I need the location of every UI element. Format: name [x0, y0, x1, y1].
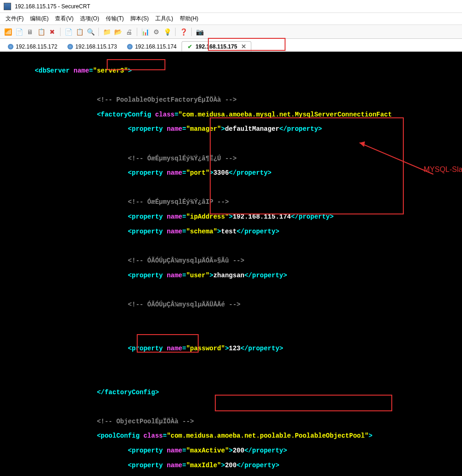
toolbar-icon[interactable]: 📋 [37, 28, 45, 36]
tab-bar: 192.168.115.172 192.168.115.173 192.168.… [0, 39, 462, 52]
toolbar-icon[interactable]: 🔍 [86, 28, 95, 36]
tab-label: 192.168.115.175 [195, 43, 237, 50]
tab-label: 192.168.115.174 [135, 43, 176, 50]
tab-173[interactable]: 192.168.115.173 [62, 42, 122, 51]
menu-tools[interactable]: 工具(L) [155, 15, 173, 23]
status-dot-icon [8, 44, 13, 49]
title-bar: 192.168.115.175 - SecureCRT [0, 0, 462, 13]
toolbar-icon[interactable]: ✖ [48, 28, 56, 36]
separator [60, 28, 61, 36]
toolbar-icon[interactable]: ❓ [179, 28, 188, 36]
status-dot-icon [67, 44, 73, 49]
tab-label: 192.168.115.172 [16, 43, 57, 50]
separator [191, 28, 192, 36]
status-dot-icon [127, 44, 133, 49]
app-icon [4, 3, 11, 10]
menu-help[interactable]: 帮助(H) [180, 15, 199, 23]
menu-options[interactable]: 选项(O) [80, 15, 99, 23]
menu-edit[interactable]: 编辑(E) [30, 15, 49, 23]
tab-174[interactable]: 192.168.115.174 [122, 42, 182, 51]
toolbar-icon[interactable]: 💡 [163, 28, 171, 36]
separator [137, 28, 137, 36]
close-icon[interactable]: ✕ [241, 43, 246, 50]
terminal-output[interactable]: <dbServer name="server3"> <!-- PoolableO… [0, 52, 462, 476]
toolbar-icon[interactable]: 📂 [114, 28, 122, 36]
tab-175-active[interactable]: ✔ 192.168.115.175 ✕ [182, 41, 251, 51]
toolbar-icon[interactable]: 📷 [195, 28, 204, 36]
tab-172[interactable]: 192.168.115.172 [3, 42, 62, 51]
menu-bar: 文件(F) 编辑(E) 查看(V) 选项(O) 传输(T) 脚本(S) 工具(L… [0, 13, 462, 25]
separator [175, 28, 176, 36]
window-title: 192.168.115.175 - SecureCRT [15, 3, 90, 10]
toolbar-icon[interactable]: 📄 [64, 28, 73, 36]
toolbar-icon[interactable]: 🖨 [125, 28, 133, 36]
toolbar-icon[interactable]: ⚙ [152, 28, 160, 36]
menu-view[interactable]: 查看(V) [55, 15, 73, 23]
menu-transfer[interactable]: 传输(T) [106, 15, 124, 23]
tab-label: 192.168.115.173 [75, 43, 117, 50]
annotation-label-mysql-slave: MYSQL-Sla [424, 165, 462, 174]
toolbar-icon[interactable]: 📶 [4, 28, 12, 36]
toolbar-icon[interactable]: 📊 [141, 28, 149, 36]
toolbar-icon[interactable]: 🖥 [26, 28, 34, 36]
separator [98, 28, 99, 36]
status-check-icon: ✔ [187, 44, 193, 49]
toolbar-icon[interactable]: 📋 [75, 28, 84, 36]
toolbar: 📶 📄 🖥 📋 ✖ 📄 📋 🔍 📁 📂 🖨 📊 ⚙ 💡 ❓ 📷 [0, 25, 462, 39]
toolbar-icon[interactable]: 📄 [15, 28, 23, 36]
toolbar-icon[interactable]: 📁 [103, 28, 111, 36]
menu-file[interactable]: 文件(F) [6, 15, 24, 23]
menu-script[interactable]: 脚本(S) [130, 15, 149, 23]
